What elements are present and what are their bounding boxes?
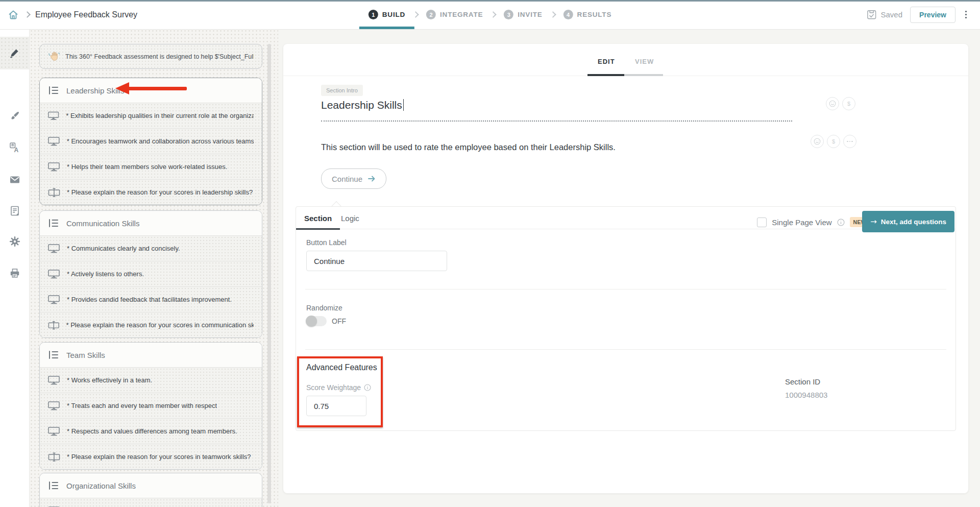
rating-question-icon xyxy=(48,137,60,146)
step-chevron-icon xyxy=(550,11,556,18)
rating-question-icon xyxy=(48,376,60,385)
question-row[interactable]: * Provides candid feedback that facilita… xyxy=(40,286,262,312)
survey-title: Employee Feedback Survey xyxy=(35,10,137,19)
breadcrumb-chevron-icon xyxy=(24,11,31,18)
dollar-action-icon[interactable]: $ xyxy=(827,135,840,148)
arrow-right-icon xyxy=(368,175,376,182)
step-number-badge: 3 xyxy=(504,10,513,19)
welcome-message-card[interactable]: This 360° Feedback assessment is designe… xyxy=(39,44,262,69)
more-menu-icon[interactable] xyxy=(963,9,969,20)
panel-divider xyxy=(305,349,946,350)
question-row[interactable]: * Communicates clearly and concisely. xyxy=(40,235,262,261)
section-card-organizational: Organizational Skills * Manages his/her … xyxy=(39,473,262,507)
step-results[interactable]: 4 RESULTS xyxy=(564,10,612,20)
text-question-icon xyxy=(48,452,60,462)
survey-outline-panel: This 360° Feedback assessment is designe… xyxy=(30,29,278,507)
section-header-communication[interactable]: Communication Skills xyxy=(40,211,262,235)
section-id-label: Section ID xyxy=(785,377,820,386)
randomize-toggle[interactable] xyxy=(306,316,327,326)
design-brush-icon[interactable] xyxy=(0,105,29,127)
settings-gear-icon[interactable] xyxy=(0,230,29,253)
toggle-knob xyxy=(306,316,317,327)
step-number-badge: 1 xyxy=(369,10,378,19)
left-icon-rail: A xyxy=(0,29,30,507)
text-question-icon xyxy=(48,188,60,197)
question-row[interactable]: * Actively listens to others. xyxy=(40,261,262,286)
section-list-icon xyxy=(48,350,59,359)
single-page-view-checkbox[interactable] xyxy=(757,218,767,227)
question-row[interactable]: * Encourages teamwork and collaboration … xyxy=(40,128,262,154)
next-add-questions-button[interactable]: → Next, add questions xyxy=(862,211,954,232)
score-weightage-label: Score Weightage xyxy=(306,383,361,392)
section-list-icon xyxy=(48,481,59,490)
rating-question-icon xyxy=(48,295,60,304)
preview-button[interactable]: Preview xyxy=(910,7,955,23)
tab-view[interactable]: VIEW xyxy=(635,58,654,65)
arrow-right-icon: → xyxy=(870,217,877,226)
waving-hand-icon xyxy=(48,51,60,63)
question-row[interactable]: * Please explain the reason for your sco… xyxy=(40,312,262,337)
section-card-team: Team Skills * Works effectively in a tea… xyxy=(39,342,262,470)
rating-question-icon xyxy=(48,244,60,253)
text-cursor xyxy=(403,99,404,111)
step-integrate[interactable]: 2 INTEGRATE xyxy=(426,10,483,20)
continue-preview-button[interactable]: Continue xyxy=(321,168,386,189)
email-icon[interactable] xyxy=(0,168,29,191)
section-title-input[interactable]: Leadership Skills xyxy=(321,99,404,111)
step-number-badge: 4 xyxy=(564,10,573,19)
welcome-message-text: This 360° Feedback assessment is designe… xyxy=(65,53,254,60)
form-fields-icon[interactable] xyxy=(0,200,29,222)
title-actions: $ xyxy=(826,97,855,110)
outline-scrollbar[interactable] xyxy=(267,44,271,503)
title-dotted-underline xyxy=(321,120,792,122)
section-header-team[interactable]: Team Skills xyxy=(40,343,262,367)
translate-icon[interactable]: A xyxy=(0,136,29,159)
question-row[interactable]: * Please explain the reason for your sco… xyxy=(40,179,262,205)
view-tab-underline xyxy=(624,74,663,76)
editor-card: EDIT VIEW Section Intro Leadership Skill… xyxy=(283,44,968,493)
build-questions-pencil-icon[interactable] xyxy=(0,37,29,69)
tab-section[interactable]: Section xyxy=(296,207,340,229)
rating-question-icon xyxy=(48,401,60,411)
question-row[interactable]: * Treats each and every team member with… xyxy=(40,393,262,418)
text-question-icon xyxy=(48,321,60,330)
tab-edit[interactable]: EDIT xyxy=(598,58,615,65)
more-action-icon[interactable] xyxy=(843,135,856,148)
question-row[interactable]: * Helps their team members solve work-re… xyxy=(40,154,262,179)
question-row[interactable]: * Please explain the reason for your sco… xyxy=(40,444,262,469)
question-row[interactable]: * Exhibits leadership qualities in their… xyxy=(40,103,262,128)
rating-question-icon xyxy=(48,270,60,279)
section-header-organizational[interactable]: Organizational Skills xyxy=(40,473,262,498)
home-icon[interactable] xyxy=(7,9,19,21)
rating-question-icon xyxy=(48,162,60,172)
rating-question-icon xyxy=(48,111,59,120)
breadcrumb: Employee Feedback Survey xyxy=(7,0,137,29)
step-chevron-icon xyxy=(490,11,497,18)
rating-question-icon xyxy=(48,427,60,436)
info-icon[interactable] xyxy=(364,384,371,391)
section-list-icon xyxy=(48,219,59,228)
question-row[interactable]: * Respects and values differences among … xyxy=(40,418,262,444)
emoji-action-icon[interactable] xyxy=(811,135,824,148)
step-build[interactable]: 1 BUILD xyxy=(369,10,405,20)
emoji-action-icon[interactable] xyxy=(826,97,839,110)
single-page-view-control: Single Page View NEW xyxy=(757,207,870,237)
question-row[interactable]: * Manages his/her time effectively. xyxy=(40,498,262,507)
info-icon[interactable] xyxy=(837,219,845,226)
section-settings-panel: Section Logic Single Page View NEW → Nex… xyxy=(296,206,956,431)
section-description-input[interactable]: This section will be used to rate the em… xyxy=(321,142,616,152)
panel-divider xyxy=(305,289,946,289)
dollar-action-icon[interactable]: $ xyxy=(842,97,855,110)
question-row[interactable]: * Works effectively in a team. xyxy=(40,367,262,393)
svg-text:A: A xyxy=(14,147,18,154)
saved-floppy-icon xyxy=(866,9,877,20)
section-header-leadership[interactable]: Leadership Skills xyxy=(40,78,262,103)
print-icon[interactable] xyxy=(0,262,29,284)
app-page: Employee Feedback Survey 1 BUILD 2 INTEG… xyxy=(0,0,980,507)
score-weightage-input[interactable] xyxy=(306,396,366,416)
step-number-badge: 2 xyxy=(426,10,436,19)
button-label-input[interactable] xyxy=(306,251,447,271)
tab-logic[interactable]: Logic xyxy=(341,207,359,229)
randomize-label: Randomize xyxy=(306,304,342,312)
step-invite[interactable]: 3 INVITE xyxy=(504,10,542,20)
